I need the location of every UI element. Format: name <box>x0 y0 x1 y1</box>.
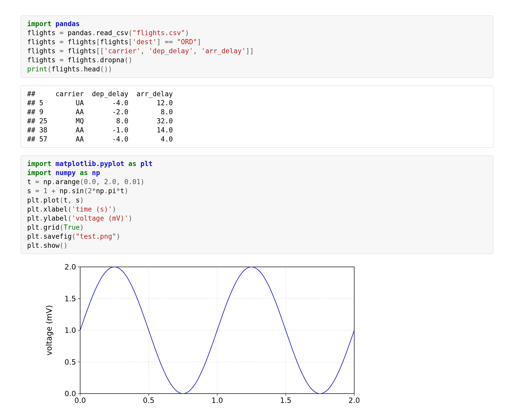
svg-text:0.0: 0.0 <box>74 396 86 405</box>
code-content-2: import matplotlib.pyplot as plt import n… <box>27 159 487 250</box>
svg-text:2.0: 2.0 <box>64 263 76 271</box>
y-axis-label: voltage (mV) <box>44 305 54 356</box>
svg-text:0.5: 0.5 <box>143 396 155 405</box>
svg-text:0.0: 0.0 <box>64 389 76 398</box>
code-content-1: import pandas flights = pandas.read_csv(… <box>27 19 487 74</box>
code-block-2: import matplotlib.pyplot as plt import n… <box>21 155 493 254</box>
svg-text:1.5: 1.5 <box>280 396 292 405</box>
svg-text:1.0: 1.0 <box>64 326 76 335</box>
svg-text:2.0: 2.0 <box>349 396 359 405</box>
chart-output: 0.00.51.01.52.00.00.51.01.52.0voltage (m… <box>36 262 493 408</box>
svg-text:1.0: 1.0 <box>211 396 223 405</box>
sine-plot: 0.00.51.01.52.00.00.51.01.52.0voltage (m… <box>36 262 359 407</box>
output-block-1: ## carrier dep_delay arr_delay ## 5 UA -… <box>21 86 493 148</box>
svg-text:0.5: 0.5 <box>64 358 76 366</box>
output-content-1: ## carrier dep_delay arr_delay ## 5 UA -… <box>27 89 487 144</box>
code-block-1: import pandas flights = pandas.read_csv(… <box>21 16 493 78</box>
svg-text:1.5: 1.5 <box>64 295 76 303</box>
